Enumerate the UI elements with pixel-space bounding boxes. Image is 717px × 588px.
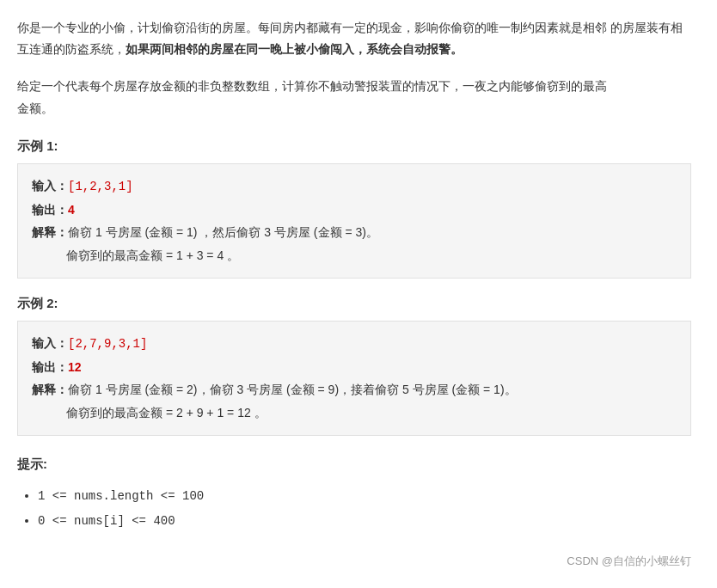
example1-output-label: 输出： [32, 203, 68, 217]
example1-explain-row2: 偷窃到的最高金额 = 1 + 3 = 4 。 [32, 244, 677, 267]
hint-item-2-code: 0 <= nums[i] <= 400 [38, 514, 175, 528]
example2-explain-label: 解释： [32, 383, 68, 396]
example2-explain-text: 偷窃 1 号房屋 (金额 = 2)，偷窃 3 号房屋 (金额 = 9)，接着偷窃… [68, 383, 517, 396]
example2-explain-row1: 解释：偷窃 1 号房屋 (金额 = 2)，偷窃 3 号房屋 (金额 = 9)，接… [32, 378, 677, 401]
example2-output-row: 输出：12 [32, 356, 677, 379]
example2-input-value: [2,7,9,3,1] [68, 337, 147, 351]
example1-explain-row1: 解释：偷窃 1 号房屋 (金额 = 1) ，然后偷窃 3 号房屋 (金额 = 3… [32, 221, 677, 244]
footer-brand: CSDN @自信的小螺丝钉 [567, 552, 691, 571]
example2-input-row: 输入：[2,7,9,3,1] [32, 332, 677, 356]
hints-list: 1 <= nums.length <= 100 0 <= nums[i] <= … [17, 483, 691, 533]
example1-input-row: 输入：[1,2,3,1] [32, 175, 677, 199]
example2-explain-row2: 偷窃到的最高金额 = 2 + 9 + 1 = 12 。 [32, 401, 677, 425]
example1-input-label: 输入： [32, 179, 68, 193]
desc-bold: 如果两间相邻的房屋在同一晚上被小偷闯入，系统会自动报警。 [126, 42, 463, 56]
example2-input-label: 输入： [32, 336, 68, 350]
example1-box: 输入：[1,2,3,1] 输出：4 解释：偷窃 1 号房屋 (金额 = 1) ，… [17, 163, 691, 278]
example1-output-value: 4 [68, 203, 75, 217]
hints-title: 提示: [17, 453, 691, 475]
hint-item-2: 0 <= nums[i] <= 400 [38, 508, 691, 533]
example2-output-label: 输出： [32, 360, 68, 374]
example1-title: 示例 1: [17, 135, 691, 157]
example1-output-row: 输出：4 [32, 199, 677, 222]
example1-explain-label: 解释： [32, 225, 68, 239]
description-paragraph: 你是一个专业的小偷，计划偷窃沿街的房屋。每间房内都藏有一定的现金，影响你偷窃的唯… [17, 17, 691, 60]
hint-item-1-code: 1 <= nums.length <= 100 [38, 489, 204, 503]
example2-output-value: 12 [68, 360, 82, 374]
hint-item-1: 1 <= nums.length <= 100 [38, 483, 691, 508]
example1-explain-text: 偷窃 1 号房屋 (金额 = 1) ，然后偷窃 3 号房屋 (金额 = 3)。 [68, 225, 378, 239]
task-description: 给定一个代表每个房屋存放金额的非负整数数组，计算你不触动警报装置的情况下，一夜之… [17, 76, 691, 119]
example2-box: 输入：[2,7,9,3,1] 输出：12 解释：偷窃 1 号房屋 (金额 = 2… [17, 321, 691, 435]
example1-input-value: [1,2,3,1] [68, 180, 133, 193]
example2-title: 示例 2: [17, 292, 691, 315]
task-bold: 不触动警报装置的情况下 [318, 79, 450, 93]
